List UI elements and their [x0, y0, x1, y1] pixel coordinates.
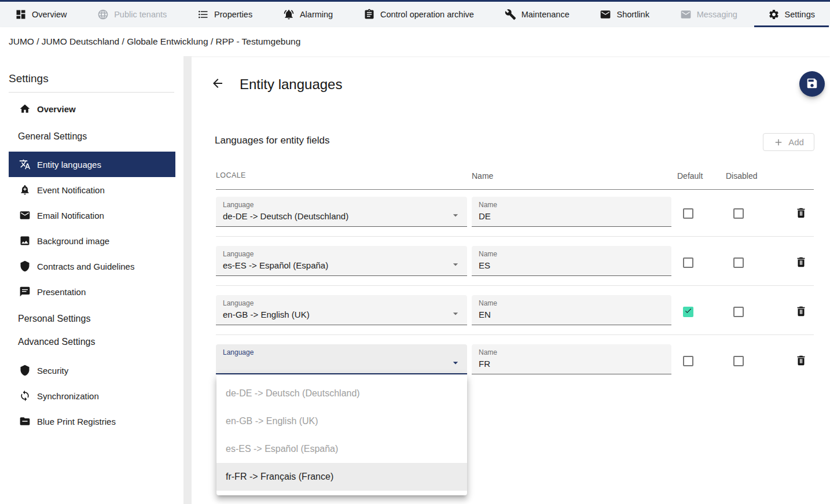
- dropdown-option-fr-fr-fran-ais-france[interactable]: fr-FR -> Français (France): [216, 463, 467, 491]
- field-label: Name: [479, 299, 664, 307]
- name-input-row-4[interactable]: NameFR: [472, 344, 671, 374]
- breadcrumb[interactable]: JUMO / JUMO Deutschland / Globale Entwic…: [9, 36, 300, 47]
- bell-icon: [283, 9, 295, 20]
- default-checkbox-row-4[interactable]: [683, 356, 693, 366]
- dropdown-option-en-gb-english-uk: en-GB -> English (UK): [216, 407, 467, 435]
- save-icon: [806, 77, 818, 91]
- language-value: en-GB -> English (UK): [223, 310, 460, 319]
- field-label: Language: [223, 348, 460, 356]
- sidebar-item-email-notification[interactable]: Email Notification: [9, 203, 175, 228]
- topnav-item-settings[interactable]: Settings: [768, 2, 815, 27]
- topnav-item-control-operation-archive[interactable]: Control operation archive: [363, 2, 474, 27]
- default-checkbox-row-2[interactable]: [683, 257, 693, 268]
- sidebar-item-event-notification[interactable]: Event Notification: [9, 177, 175, 203]
- top-navigation: OverviewPublic tenantsPropertiesAlarming…: [0, 2, 830, 27]
- sidebar: Settings OverviewGeneral SettingsEntity …: [0, 56, 183, 504]
- app: OverviewPublic tenantsPropertiesAlarming…: [0, 0, 830, 504]
- sidebar-item-background-image[interactable]: Background image: [9, 228, 175, 253]
- default-checkbox-row-3[interactable]: [683, 307, 693, 317]
- topnav-item-properties[interactable]: Properties: [197, 2, 252, 27]
- wrench-icon: [505, 9, 516, 20]
- sidebar-section-advanced-settings: Advanced Settings: [9, 329, 175, 355]
- field-label: Language: [223, 201, 460, 209]
- mail-icon: [680, 9, 692, 20]
- chevron-down-icon: [450, 209, 461, 221]
- plus-icon: [773, 137, 784, 148]
- sidebar-item-blue-print-registries[interactable]: Blue Print Registries: [9, 409, 175, 434]
- delete-row-button-4[interactable]: [794, 354, 808, 368]
- topnav-item-label: Properties: [214, 10, 252, 19]
- mail-icon: [600, 9, 611, 20]
- delete-row-button-1[interactable]: [794, 207, 808, 220]
- sidebar-title: Settings: [9, 72, 49, 85]
- language-select-row-4[interactable]: Language: [216, 344, 467, 374]
- language-select-row-2[interactable]: Languagees-ES -> Español (España): [216, 246, 467, 276]
- delete-row-button-3[interactable]: [794, 305, 808, 319]
- row-divider: [216, 236, 814, 237]
- disabled-checkbox-row-1[interactable]: [733, 208, 744, 219]
- sidebar-item-contracts-and-guidelines[interactable]: Contracts and Guidelines: [9, 253, 175, 279]
- topnav-item-overview[interactable]: Overview: [15, 2, 67, 27]
- sidebar-item-security[interactable]: Security: [9, 358, 175, 383]
- name-value: EN: [479, 310, 664, 319]
- topnav-item-label: Messaging: [697, 10, 737, 19]
- language-value: es-ES -> Español (España): [223, 260, 460, 270]
- disabled-checkbox-row-2[interactable]: [733, 257, 744, 268]
- language-select-row-1[interactable]: Languagede-DE -> Deutsch (Deutschland): [216, 197, 467, 227]
- topnav-item-alarming[interactable]: Alarming: [283, 2, 333, 27]
- field-label: Language: [223, 299, 460, 307]
- disabled-checkbox-row-3[interactable]: [733, 307, 744, 317]
- sidebar-item-label: Presentation: [37, 287, 86, 297]
- page-title: Entity languages: [240, 76, 342, 93]
- translate-icon: [19, 159, 31, 170]
- sidebar-item-overview[interactable]: Overview: [9, 96, 175, 122]
- sidebar-item-label: Synchronization: [37, 391, 99, 401]
- language-select-row-3[interactable]: Languageen-GB -> English (UK): [216, 295, 467, 325]
- sidebar-item-synchronization[interactable]: Synchronization: [9, 383, 175, 409]
- globe-icon: [97, 9, 109, 20]
- field-label: Language: [223, 250, 460, 258]
- name-value: ES: [479, 260, 664, 270]
- save-button[interactable]: [799, 71, 825, 97]
- column-header-default: Default: [677, 171, 703, 181]
- back-button[interactable]: [210, 76, 226, 92]
- topnav-item-public-tenants[interactable]: Public tenants: [97, 2, 167, 27]
- default-checkbox-row-1[interactable]: [683, 208, 693, 219]
- check-icon: [684, 307, 692, 317]
- sidebar-item-label: Overview: [37, 104, 76, 114]
- breadcrumb-bar: JUMO / JUMO Deutschland / Globale Entwic…: [0, 27, 830, 56]
- topnav-item-maintenance[interactable]: Maintenance: [505, 2, 570, 27]
- sidebar-scrollbar[interactable]: [183, 56, 192, 504]
- shield-icon: [19, 365, 31, 376]
- add-language-button[interactable]: Add: [763, 133, 814, 151]
- list-icon: [197, 9, 209, 20]
- image-icon: [19, 235, 31, 247]
- chevron-down-icon: [450, 259, 461, 270]
- column-header-locale: LOCALE: [216, 171, 246, 179]
- topnav-item-messaging[interactable]: Messaging: [680, 2, 737, 27]
- topnav-item-label: Alarming: [300, 10, 333, 19]
- name-input-row-1[interactable]: NameDE: [472, 197, 671, 227]
- name-input-row-2[interactable]: NameES: [472, 246, 671, 276]
- row-divider: [216, 334, 814, 335]
- folder-icon: [19, 415, 31, 427]
- trash-icon: [795, 207, 807, 221]
- topnav-item-label: Control operation archive: [380, 10, 474, 19]
- add-button-label: Add: [788, 137, 804, 147]
- back-arrow-icon: [211, 76, 225, 92]
- sidebar-divider: [9, 92, 174, 93]
- trash-icon: [795, 256, 807, 270]
- name-input-row-3[interactable]: NameEN: [472, 295, 671, 325]
- sidebar-item-entity-languages[interactable]: Entity languages: [9, 152, 175, 177]
- field-label: Name: [479, 348, 664, 356]
- delete-row-button-2[interactable]: [794, 256, 808, 270]
- topnav-item-label: Shortlink: [616, 10, 649, 19]
- name-value: FR: [479, 359, 664, 369]
- topnav-item-shortlink[interactable]: Shortlink: [600, 2, 649, 27]
- name-value: DE: [479, 211, 664, 221]
- language-dropdown-menu: de-DE -> Deutsch (Deutschland)en-GB -> E…: [216, 375, 467, 495]
- sync-icon: [19, 390, 31, 402]
- trash-icon: [795, 354, 807, 369]
- disabled-checkbox-row-4[interactable]: [733, 356, 744, 366]
- sidebar-item-presentation[interactable]: Presentation: [9, 279, 175, 304]
